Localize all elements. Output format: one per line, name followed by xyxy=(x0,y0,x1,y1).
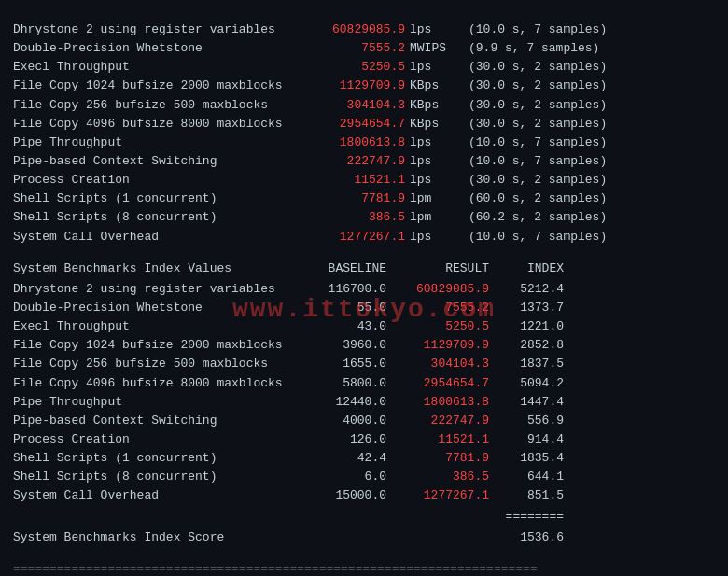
test-row: System Call Overhead1277267.1lps(10.0 s,… xyxy=(13,228,715,246)
test-name: Shell Scripts (1 concurrent) xyxy=(13,190,302,208)
test-unit: lps xyxy=(410,21,461,39)
test-unit: lps xyxy=(410,58,461,77)
terminal-output: Dhrystone 2 using register variables6082… xyxy=(13,21,715,576)
test-unit: lpm xyxy=(410,208,461,227)
test-unit: lpm xyxy=(410,190,461,208)
test-row: Dhrystone 2 using register variables6082… xyxy=(13,21,715,39)
test-meta: (10.0 s, 7 samples) xyxy=(469,228,607,246)
test-value: 2954654.7 xyxy=(302,115,405,133)
test-name: Process Creation xyxy=(13,171,302,190)
test-unit: lps xyxy=(410,171,461,190)
index-row: File Copy 1024 bufsize 2000 maxblocks396… xyxy=(13,336,715,355)
test-row: Pipe Throughput1800613.8lps(10.0 s, 7 sa… xyxy=(13,133,715,152)
test-meta: (9.9 s, 7 samples) xyxy=(469,39,599,58)
test-value: 11521.1 xyxy=(302,171,405,190)
test-value: 7555.2 xyxy=(302,39,405,58)
test-meta: (30.0 s, 2 samples) xyxy=(469,115,607,133)
test-name: Pipe-based Context Switching xyxy=(13,152,302,171)
test-unit: lps xyxy=(410,228,461,246)
index-row: File Copy 256 bufsize 500 maxblocks1655.… xyxy=(13,355,715,373)
test-value: 7781.9 xyxy=(302,190,405,208)
test-name: Dhrystone 2 using register variables xyxy=(13,21,302,39)
index-row: System Call Overhead15000.01277267.1851.… xyxy=(13,486,715,505)
test-name: File Copy 256 bufsize 500 maxblocks xyxy=(13,96,302,115)
index-row: Dhrystone 2 using register variables1167… xyxy=(13,280,715,299)
test-unit: MWIPS xyxy=(410,39,461,58)
index-row: Pipe-based Context Switching4000.0222747… xyxy=(13,412,715,430)
tests-section: Dhrystone 2 using register variables6082… xyxy=(13,21,715,246)
test-name: File Copy 1024 bufsize 2000 maxblocks xyxy=(13,77,302,95)
test-unit: KBps xyxy=(410,77,461,95)
test-meta: (10.0 s, 7 samples) xyxy=(469,133,607,152)
test-value: 1129709.9 xyxy=(302,77,405,95)
index-row: Execl Throughput43.05250.51221.0 xyxy=(13,317,715,336)
index-row: Shell Scripts (1 concurrent)42.47781.918… xyxy=(13,449,715,468)
table-header-row: System Benchmarks Index ValuesBASELINERE… xyxy=(13,260,715,278)
test-name: Shell Scripts (8 concurrent) xyxy=(13,208,302,227)
test-meta: (30.0 s, 2 samples) xyxy=(469,96,607,115)
test-value: 1800613.8 xyxy=(302,133,405,152)
index-table-section: System Benchmarks Index ValuesBASELINERE… xyxy=(13,260,715,547)
test-row: Double-Precision Whetstone7555.2MWIPS(9.… xyxy=(13,39,715,58)
test-row: Execl Throughput5250.5lps(30.0 s, 2 samp… xyxy=(13,58,715,77)
test-value: 1277267.1 xyxy=(302,228,405,246)
test-meta: (10.0 s, 7 samples) xyxy=(469,21,607,39)
score-row: System Benchmarks Index Score1536.6 xyxy=(13,528,715,547)
footer-section: ========================================… xyxy=(13,560,715,576)
test-meta: (30.0 s, 2 samples) xyxy=(469,77,607,95)
test-row: Shell Scripts (1 concurrent)7781.9lpm(60… xyxy=(13,190,715,208)
test-name: Execl Throughput xyxy=(13,58,302,77)
index-row: File Copy 4096 bufsize 8000 maxblocks580… xyxy=(13,374,715,393)
index-row: Process Creation126.011521.1914.4 xyxy=(13,430,715,449)
test-name: Pipe Throughput xyxy=(13,133,302,152)
test-name: System Call Overhead xyxy=(13,228,302,246)
test-row: File Copy 4096 bufsize 8000 maxblocks295… xyxy=(13,115,715,133)
test-meta: (10.0 s, 7 samples) xyxy=(469,152,607,171)
test-unit: lps xyxy=(410,133,461,152)
test-row: File Copy 256 bufsize 500 maxblocks30410… xyxy=(13,96,715,115)
test-row: Process Creation11521.1lps(30.0 s, 2 sam… xyxy=(13,171,715,190)
test-value: 222747.9 xyxy=(302,152,405,171)
footer-divider: ========================================… xyxy=(13,560,715,576)
test-row: File Copy 1024 bufsize 2000 maxblocks112… xyxy=(13,77,715,95)
test-unit: KBps xyxy=(410,115,461,133)
test-meta: (60.0 s, 2 samples) xyxy=(469,190,607,208)
test-name: File Copy 4096 bufsize 8000 maxblocks xyxy=(13,115,302,133)
test-name: Double-Precision Whetstone xyxy=(13,39,302,58)
test-value: 60829085.9 xyxy=(302,21,405,39)
test-value: 5250.5 xyxy=(302,58,405,77)
equals-row: ======== xyxy=(13,508,715,527)
test-meta: (30.0 s, 2 samples) xyxy=(469,171,607,190)
test-value: 386.5 xyxy=(302,208,405,227)
test-value: 304104.3 xyxy=(302,96,405,115)
index-row: Shell Scripts (8 concurrent)6.0386.5644.… xyxy=(13,468,715,486)
index-row: Double-Precision Whetstone55.07555.21373… xyxy=(13,299,715,317)
test-unit: KBps xyxy=(410,96,461,115)
test-meta: (30.0 s, 2 samples) xyxy=(469,58,607,77)
index-row: Pipe Throughput12440.01800613.81447.4 xyxy=(13,393,715,412)
test-unit: lps xyxy=(410,152,461,171)
test-meta: (60.2 s, 2 samples) xyxy=(469,208,607,227)
test-row: Shell Scripts (8 concurrent)386.5lpm(60.… xyxy=(13,208,715,227)
test-row: Pipe-based Context Switching222747.9lps(… xyxy=(13,152,715,171)
